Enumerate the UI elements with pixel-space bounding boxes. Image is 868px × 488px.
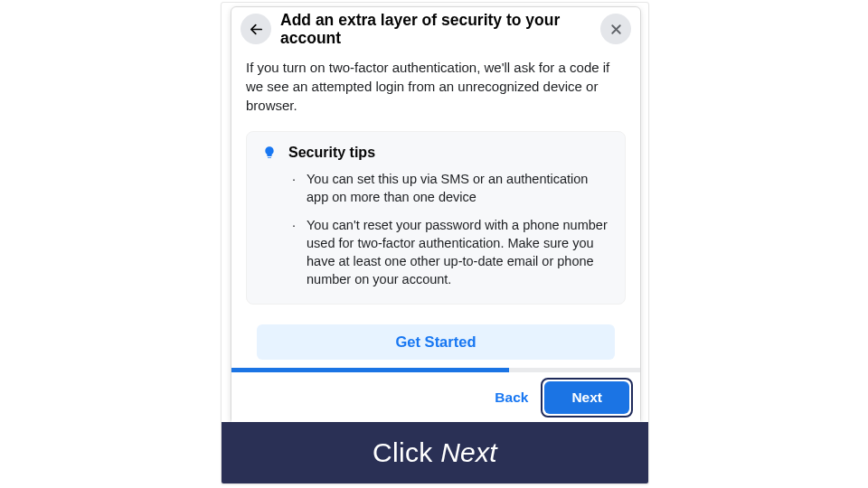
intro-text: If you turn on two-factor authentication… <box>246 58 626 115</box>
back-icon-button[interactable] <box>241 14 271 44</box>
security-tips-box: Security tips You can set this up via SM… <box>246 131 626 305</box>
lightbulb-icon <box>261 145 278 161</box>
dialog-footer: Back Next <box>231 372 640 423</box>
dialog-title: Add an extra layer of security to your a… <box>271 11 600 47</box>
close-icon <box>609 22 624 37</box>
security-dialog: Add an extra layer of security to your a… <box>231 6 641 424</box>
tip-item: You can set this up via SMS or an authen… <box>292 170 610 207</box>
next-button-highlight: Next <box>541 378 633 418</box>
caption-emphasis: Next <box>440 437 497 467</box>
stage: Add an extra layer of security to your a… <box>0 0 868 488</box>
caption-prefix: Click <box>373 437 440 467</box>
caption-text: Click Next <box>373 437 497 468</box>
tips-heading: Security tips <box>288 145 375 161</box>
dialog-body: If you turn on two-factor authentication… <box>231 51 640 408</box>
dialog-header: Add an extra layer of security to your a… <box>231 7 640 51</box>
tips-list: You can set this up via SMS or an authen… <box>261 170 610 289</box>
tips-header: Security tips <box>261 145 610 161</box>
instruction-caption: Click Next <box>222 422 648 483</box>
close-icon-button[interactable] <box>600 14 631 44</box>
next-button[interactable]: Next <box>544 381 629 414</box>
arrow-left-icon <box>249 22 264 37</box>
outer-card: Add an extra layer of security to your a… <box>221 2 649 484</box>
get-started-button[interactable]: Get Started <box>257 324 615 360</box>
back-button[interactable]: Back <box>495 389 528 406</box>
tip-item: You can't reset your password with a pho… <box>292 216 610 289</box>
